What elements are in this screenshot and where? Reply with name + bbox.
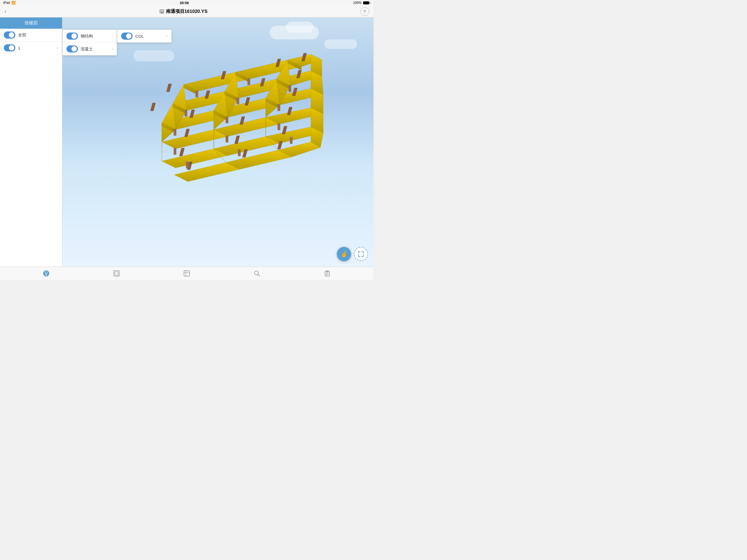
svg-rect-104 (115, 272, 118, 275)
svg-rect-2 (162, 11, 163, 12)
tab-flag-icon (183, 270, 190, 277)
tab-clipboard-icon (324, 270, 331, 277)
tab-box-icon (113, 270, 120, 277)
building-icon (159, 9, 164, 14)
dropdown-item-concrete[interactable]: 混凝土 › (62, 43, 117, 55)
sidebar: 按楼层 全部 1 › (0, 18, 62, 266)
wifi-icon: 📶 (11, 1, 16, 5)
select-button[interactable] (354, 247, 368, 261)
svg-rect-82 (278, 123, 280, 130)
tab-flag[interactable] (180, 268, 194, 279)
structure-container (141, 34, 333, 184)
tab-light[interactable] (40, 268, 53, 279)
tab-light-icon (43, 270, 50, 277)
dropdown-item-col-arrow: › (166, 34, 168, 38)
main-layout: 按楼层 全部 1 › 钢结构 › 混凝土 › COL › (0, 18, 374, 266)
svg-rect-3 (161, 12, 162, 13)
action-buttons: ☝️ (337, 247, 368, 261)
svg-rect-1 (161, 11, 162, 12)
svg-point-94 (358, 251, 359, 252)
svg-rect-65 (179, 148, 185, 156)
dropdown-item-steel[interactable]: 钢结构 › (62, 30, 117, 43)
svg-rect-78 (226, 117, 228, 123)
toggle-concrete[interactable] (67, 45, 78, 52)
tab-box[interactable] (110, 268, 123, 279)
toggle-steel[interactable] (67, 32, 78, 40)
svg-line-109 (258, 274, 260, 276)
battery-icon (363, 1, 370, 4)
help-icon: ? (363, 9, 366, 14)
status-bar: iPad 📶 20:56 100% (0, 0, 374, 5)
project-title: 南通项目161020.YS (166, 8, 208, 15)
svg-point-96 (358, 256, 359, 257)
sidebar-item-1-label: 1 (18, 46, 54, 50)
dropdown-item-col-label: COL (135, 34, 163, 39)
tab-clipboard[interactable] (320, 268, 334, 279)
dropdown-item-concrete-label: 混凝土 (81, 47, 109, 52)
svg-rect-83 (186, 161, 189, 169)
nav-bar: ‹ 南通项目161020.YS ? (0, 5, 374, 18)
svg-rect-81 (226, 136, 228, 143)
dropdown-item-concrete-arrow: › (111, 47, 113, 51)
svg-rect-73 (248, 78, 250, 85)
svg-rect-105 (184, 271, 189, 276)
help-button[interactable]: ? (360, 7, 369, 16)
status-right: 100% (353, 1, 370, 5)
toggle-all[interactable] (4, 31, 15, 39)
sidebar-item-1-arrow: › (57, 46, 58, 50)
sidebar-item-1[interactable]: 1 › (0, 42, 62, 54)
svg-rect-103 (114, 271, 119, 276)
svg-rect-74 (185, 110, 187, 117)
tab-bar (0, 266, 374, 280)
svg-rect-76 (288, 85, 291, 92)
back-chevron-icon: ‹ (4, 8, 6, 15)
svg-rect-79 (278, 104, 280, 111)
status-left: iPad 📶 (3, 1, 16, 5)
svg-rect-85 (290, 137, 292, 144)
cloud-1b (286, 22, 313, 32)
svg-rect-75 (236, 97, 239, 104)
dropdown-item-col[interactable]: COL › (117, 30, 172, 42)
pointer-button[interactable]: ☝️ (337, 247, 351, 261)
dropdown-item-steel-label: 钢结构 (81, 34, 109, 39)
svg-rect-48 (166, 84, 172, 92)
dropdown-level1: 钢结构 › 混凝土 › (62, 29, 117, 55)
dropdown-level2: COL › (117, 29, 172, 43)
toggle-col[interactable] (121, 32, 133, 40)
svg-point-95 (363, 251, 364, 252)
tab-search-icon (254, 270, 261, 277)
sidebar-item-all-label: 全部 (18, 32, 58, 38)
toggle-1[interactable] (4, 44, 15, 51)
svg-rect-80 (174, 148, 176, 155)
carrier-label: iPad (3, 1, 10, 5)
svg-rect-84 (238, 149, 241, 156)
svg-rect-66 (234, 136, 240, 144)
dropdown-item-steel-arrow: › (111, 34, 113, 38)
svg-rect-77 (174, 129, 176, 136)
svg-rect-52 (150, 103, 156, 111)
back-button[interactable]: ‹ (4, 8, 6, 15)
sidebar-item-all[interactable]: 全部 (0, 29, 62, 42)
sidebar-header: 按楼层 (0, 18, 62, 29)
nav-title: 南通项目161020.YS (159, 8, 208, 15)
select-icon (358, 251, 364, 257)
tab-search[interactable] (250, 268, 264, 279)
svg-point-97 (363, 256, 364, 257)
structure-svg (141, 34, 346, 187)
time-label: 20:56 (180, 1, 189, 5)
pointer-icon: ☝️ (340, 251, 348, 258)
svg-rect-72 (196, 91, 198, 97)
battery-percent: 100% (353, 1, 361, 5)
